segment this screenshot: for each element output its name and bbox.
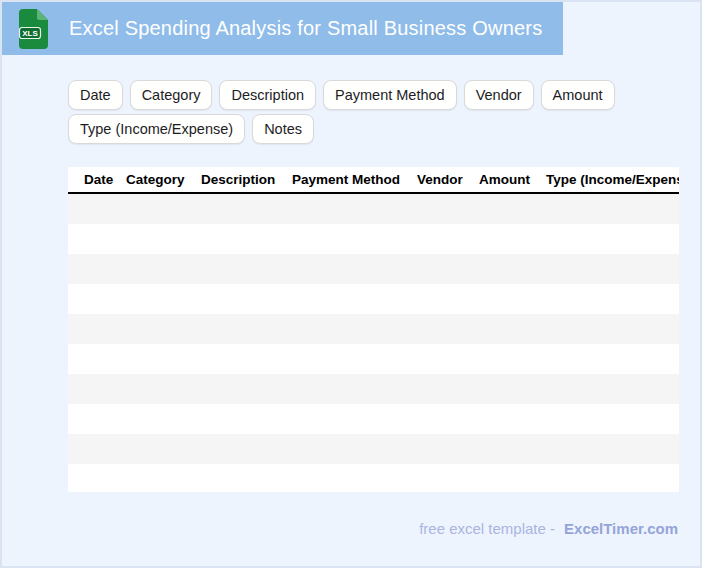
table-cell: [201, 464, 292, 492]
table-cell: [479, 314, 546, 344]
table-cell: [201, 284, 292, 314]
table-cell: [546, 404, 679, 434]
spreadsheet-preview: DateCategoryDescriptionPayment MethodVen…: [68, 167, 679, 492]
table-header-cell: Type (Income/Expense): [546, 167, 679, 193]
table-cell: [292, 344, 417, 374]
table-cell: [479, 344, 546, 374]
table-row: [68, 344, 679, 374]
table-cell: [479, 404, 546, 434]
table-row: [68, 404, 679, 434]
table-cell: [126, 374, 201, 404]
table-header-cell: Category: [126, 167, 201, 193]
table-row: [68, 374, 679, 404]
table-row: [68, 193, 679, 224]
table-header-cell: Description: [201, 167, 292, 193]
table-cell: [292, 374, 417, 404]
page: XLS Excel Spending Analysis for Small Bu…: [0, 0, 702, 568]
table-cell: [417, 284, 479, 314]
table-cell: [68, 374, 126, 404]
table-cell: [417, 404, 479, 434]
table-cell: [417, 314, 479, 344]
table-row: [68, 464, 679, 492]
table-cell: [201, 193, 292, 224]
table-cell: [292, 284, 417, 314]
table-cell: [126, 404, 201, 434]
table-cell: [479, 284, 546, 314]
column-chip-list: DateCategoryDescriptionPayment MethodVen…: [68, 80, 628, 144]
table-cell: [546, 284, 679, 314]
table-cell: [126, 193, 201, 224]
table-cell: [201, 374, 292, 404]
footer: free excel template -ExcelTimer.com: [419, 520, 678, 537]
table-cell: [292, 434, 417, 464]
column-chip: Description: [219, 80, 316, 110]
column-chip: Notes: [252, 114, 314, 144]
table-cell: [417, 344, 479, 374]
table-cell: [201, 344, 292, 374]
table-cell: [68, 224, 126, 254]
table-header-cell: Amount: [479, 167, 546, 193]
table-cell: [292, 404, 417, 434]
table-cell: [68, 314, 126, 344]
spreadsheet-table: DateCategoryDescriptionPayment MethodVen…: [68, 167, 679, 492]
table-cell: [417, 193, 479, 224]
page-title: Excel Spending Analysis for Small Busine…: [69, 17, 542, 40]
table-cell: [201, 314, 292, 344]
table-row: [68, 284, 679, 314]
table-cell: [292, 254, 417, 284]
table-cell: [546, 344, 679, 374]
table-cell: [68, 404, 126, 434]
table-cell: [479, 374, 546, 404]
table-cell: [126, 434, 201, 464]
table-cell: [68, 193, 126, 224]
table-cell: [546, 374, 679, 404]
table-cell: [479, 464, 546, 492]
table-cell: [201, 434, 292, 464]
table-cell: [68, 434, 126, 464]
table-cell: [201, 404, 292, 434]
app-header: XLS Excel Spending Analysis for Small Bu…: [2, 2, 563, 55]
table-cell: [292, 224, 417, 254]
footer-text: free excel template -: [419, 520, 555, 537]
table-header-cell: Payment Method: [292, 167, 417, 193]
brand-link[interactable]: ExcelTimer.com: [564, 520, 678, 537]
table-cell: [417, 434, 479, 464]
table-cell: [201, 224, 292, 254]
column-chip: Category: [130, 80, 213, 110]
table-cell: [68, 464, 126, 492]
table-cell: [417, 374, 479, 404]
table-cell: [546, 434, 679, 464]
table-cell: [479, 254, 546, 284]
table-cell: [126, 254, 201, 284]
table-cell: [126, 314, 201, 344]
column-chip: Vendor: [464, 80, 534, 110]
table-cell: [546, 193, 679, 224]
table-cell: [546, 254, 679, 284]
table-cell: [126, 284, 201, 314]
table-cell: [417, 254, 479, 284]
table-cell: [68, 284, 126, 314]
table-row: [68, 314, 679, 344]
table-header-cell: Date: [68, 167, 126, 193]
column-chip: Type (Income/Expense): [68, 114, 245, 144]
table-cell: [292, 314, 417, 344]
table-row: [68, 254, 679, 284]
xls-file-icon: XLS: [18, 9, 48, 49]
table-cell: [292, 193, 417, 224]
xls-icon-label: XLS: [22, 29, 38, 38]
table-cell: [546, 464, 679, 492]
column-chip: Payment Method: [323, 80, 457, 110]
table-row: [68, 434, 679, 464]
table-cell: [68, 254, 126, 284]
table-cell: [417, 224, 479, 254]
table-header-row: DateCategoryDescriptionPayment MethodVen…: [68, 167, 679, 193]
table-cell: [546, 224, 679, 254]
table-cell: [479, 193, 546, 224]
table-cell: [292, 464, 417, 492]
table-header-cell: Vendor: [417, 167, 479, 193]
column-chip: Amount: [541, 80, 615, 110]
table-cell: [479, 434, 546, 464]
table-cell: [126, 464, 201, 492]
column-chip: Date: [68, 80, 123, 110]
table-cell: [68, 344, 126, 374]
